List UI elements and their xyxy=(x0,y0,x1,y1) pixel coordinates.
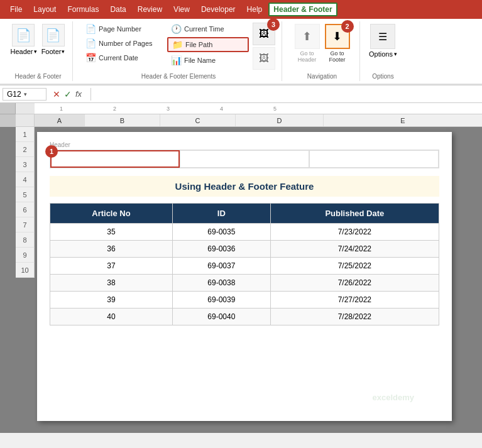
options-label: Options xyxy=(369,50,393,58)
badge-1: 1 xyxy=(45,145,58,158)
ruler-mark-2: 2 xyxy=(113,106,116,112)
header-footer-group: 📄 Header ▾ 📄 Footer xyxy=(10,21,65,55)
goto-footer-button[interactable]: ⬇ 2 Go toFooter xyxy=(325,24,350,63)
options-button[interactable]: ☰ Options ▾ xyxy=(369,24,397,58)
goto-footer-label: Go toFooter xyxy=(329,50,345,63)
table-row: 35 69-0035 7/23/2022 xyxy=(50,224,439,241)
cell-article[interactable]: 38 xyxy=(50,275,173,292)
cell-reference-box[interactable]: G12 ▾ xyxy=(3,88,47,101)
row-4: 4 xyxy=(16,172,35,187)
col-header-a[interactable]: A xyxy=(35,114,85,126)
formula-bar: G12 ▾ ✕ ✓ fx xyxy=(0,85,482,103)
cell-id[interactable]: 69-0038 xyxy=(172,275,270,292)
formula-controls: ✕ ✓ fx xyxy=(49,89,85,99)
file-path-button[interactable]: 📁 File Path xyxy=(167,37,249,52)
menu-help[interactable]: Help xyxy=(242,3,268,16)
col-header-b[interactable]: B xyxy=(85,114,160,126)
current-time-icon: 🕐 xyxy=(171,24,182,34)
cell-id[interactable]: 69-0036 xyxy=(172,241,270,258)
header-cell-left[interactable] xyxy=(50,150,180,168)
table-row: 38 69-0038 7/26/2022 xyxy=(50,275,439,292)
ruler: 1 2 3 4 5 xyxy=(35,103,482,114)
menu-layout[interactable]: Layout xyxy=(28,3,61,16)
cell-date[interactable]: 7/23/2022 xyxy=(270,224,439,241)
number-pages-label: Number of Pages xyxy=(99,40,153,47)
footer-button[interactable]: 📄 Footer ▾ xyxy=(41,24,66,55)
row-2: 2 xyxy=(16,142,35,157)
cell-date[interactable]: 7/25/2022 xyxy=(270,258,439,275)
fx-icon[interactable]: fx xyxy=(75,89,82,99)
cell-article[interactable]: 40 xyxy=(50,309,173,325)
number-pages-icon: 📄 xyxy=(85,38,96,48)
badge-3: 3 xyxy=(267,18,280,31)
menu-file[interactable]: File xyxy=(5,3,27,16)
row-6: 6 xyxy=(16,202,35,217)
table-row: 39 69-0039 7/27/2022 xyxy=(50,292,439,309)
ruler-mark-1: 1 xyxy=(60,106,63,112)
ruler-mark-3: 3 xyxy=(167,106,170,112)
elements-group-label: Header & Footer Elements xyxy=(75,73,282,80)
cell-date[interactable]: 7/28/2022 xyxy=(270,309,439,325)
page-area[interactable]: Header 1 Using Header & Footer Feature A… xyxy=(35,127,482,433)
menu-header-footer[interactable]: Header & Footer xyxy=(268,3,337,16)
row-3: 3 xyxy=(16,157,35,172)
file-name-button[interactable]: 📊 File Name xyxy=(167,54,249,67)
cell-id[interactable]: 69-0037 xyxy=(172,258,270,275)
badge-2: 2 xyxy=(341,20,354,33)
row-10: 10 xyxy=(16,263,35,278)
current-time-label: Current Time xyxy=(184,25,224,33)
row-num-list: 1 2 3 4 5 6 7 8 9 10 xyxy=(0,127,35,278)
header-cell-center[interactable] xyxy=(180,150,309,168)
table-row: 37 69-0037 7/25/2022 xyxy=(50,258,439,275)
formula-input[interactable] xyxy=(96,89,479,100)
cell-id[interactable]: 69-0039 xyxy=(172,292,270,309)
menu-view[interactable]: View xyxy=(168,3,195,16)
ruler-mark-5: 5 xyxy=(273,106,277,112)
cell-date[interactable]: 7/24/2022 xyxy=(270,241,439,258)
header-cell-right[interactable] xyxy=(309,150,439,168)
current-time-button[interactable]: 🕐 Current Time xyxy=(167,23,249,35)
cell-article[interactable]: 37 xyxy=(50,258,173,275)
insert-picture-button[interactable]: 🖼 3 xyxy=(253,23,275,45)
scroll-corner xyxy=(0,114,16,127)
cell-article[interactable]: 35 xyxy=(50,224,173,241)
confirm-formula-icon[interactable]: ✓ xyxy=(64,89,72,99)
row-5: 5 xyxy=(16,187,35,202)
cell-date[interactable]: 7/26/2022 xyxy=(270,275,439,292)
ruler-mark-4: 4 xyxy=(220,106,223,112)
col-header-e[interactable]: E xyxy=(324,114,482,126)
picture-icon: 🖼 xyxy=(259,28,269,40)
ruler-corner xyxy=(0,103,35,114)
menu-review[interactable]: Review xyxy=(133,3,167,16)
table-row: 36 69-0036 7/24/2022 xyxy=(50,241,439,258)
menu-formulas[interactable]: Formulas xyxy=(62,3,104,16)
cell-article[interactable]: 36 xyxy=(50,241,173,258)
cell-date[interactable]: 7/27/2022 xyxy=(270,292,439,309)
cell-id[interactable]: 69-0035 xyxy=(172,224,270,241)
col-header-c[interactable]: C xyxy=(160,114,236,126)
ruler-inner: 1 2 3 4 5 xyxy=(35,103,482,114)
cancel-formula-icon[interactable]: ✕ xyxy=(53,89,60,99)
col-header-corner xyxy=(16,114,35,127)
current-date-label: Current Date xyxy=(99,54,138,62)
number-of-pages-button[interactable]: 📄 Number of Pages xyxy=(82,37,163,50)
goto-header-label: Go toHeader xyxy=(298,50,317,63)
menu-data[interactable]: Data xyxy=(105,3,131,16)
watermark: exceldemy xyxy=(373,393,415,402)
row-numbers: 1 2 3 4 5 6 7 8 9 10 xyxy=(0,114,35,278)
header-cells: 1 xyxy=(50,150,439,168)
goto-footer-icon: ⬇ 2 xyxy=(325,24,350,49)
current-date-button[interactable]: 📅 Current Date xyxy=(82,52,163,64)
format-picture-button[interactable]: 🖼 xyxy=(253,47,275,70)
page-number-button[interactable]: 📄 Page Number xyxy=(82,23,163,35)
file-name-label: File Name xyxy=(184,57,216,64)
navigation-group-label: Navigation xyxy=(285,73,359,80)
data-table: Article No ID Published Date 35 69-0035 … xyxy=(50,203,439,325)
cell-id[interactable]: 69-0040 xyxy=(172,309,270,325)
cell-article[interactable]: 39 xyxy=(50,292,173,309)
header-button[interactable]: 📄 Header ▾ xyxy=(10,24,36,55)
watermark-text: exceldemy xyxy=(373,393,415,402)
goto-header-button[interactable]: ⬆ Go toHeader xyxy=(295,24,320,63)
col-header-d[interactable]: D xyxy=(236,114,324,126)
menu-developer[interactable]: Developer xyxy=(196,3,241,16)
